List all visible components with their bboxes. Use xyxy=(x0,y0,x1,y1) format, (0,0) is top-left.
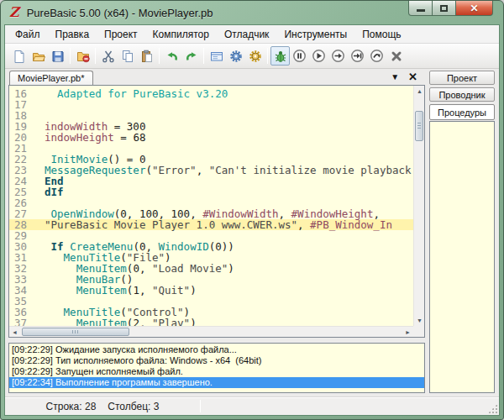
pause-icon xyxy=(292,49,307,63)
log-entry-3[interactable]: [09:22:29] Запущен исполняемый файл. xyxy=(9,366,424,377)
menu-item-1[interactable]: Файл xyxy=(8,26,48,43)
form-designer-button[interactable] xyxy=(207,46,226,66)
cursor-position-section: Строка: 28 Столбец: 3 xyxy=(5,401,200,412)
code-line-34[interactable]: 34 MenuItem(1, "Quit") xyxy=(9,285,413,296)
debugger-toggle-button[interactable] xyxy=(270,46,290,66)
procedures-list[interactable] xyxy=(429,121,495,393)
menu-item-3[interactable]: Проект xyxy=(97,26,145,43)
tab-close-icon[interactable]: ✕ xyxy=(408,72,417,81)
run-continue-button[interactable] xyxy=(309,46,328,66)
play-icon xyxy=(312,49,326,63)
log-entry-1[interactable]: [09:22:29] Ожидание запуска исполняемого… xyxy=(9,344,424,355)
step-out-icon xyxy=(370,49,384,63)
menu-item-7[interactable]: Помощь xyxy=(354,26,408,43)
side-tab-проводник[interactable]: Проводник xyxy=(429,87,495,102)
menu-bar: ФайлПравкаПроектКомпиляторОтладчикИнстру… xyxy=(5,25,499,44)
side-tab-проект[interactable]: Проект xyxy=(429,71,495,85)
step-button[interactable] xyxy=(328,46,348,66)
compiler-gear-gold-icon xyxy=(249,50,262,63)
kill-program-button[interactable] xyxy=(386,46,406,66)
open-file-icon xyxy=(32,50,45,63)
save-file-button[interactable] xyxy=(48,46,67,66)
menu-item-4[interactable]: Компилятор xyxy=(145,26,217,43)
caption-buttons: ✕ xyxy=(408,1,493,16)
scrollbar-corner xyxy=(413,326,424,337)
step-over-icon xyxy=(350,49,365,63)
code-text: "PureBasic Movie Player 1.0 www.CWER.ws"… xyxy=(35,219,392,230)
cut-icon xyxy=(102,50,115,63)
code-text xyxy=(35,110,45,121)
kill-x-icon xyxy=(390,50,403,63)
maximize-button[interactable] xyxy=(433,1,455,16)
toolbar-separator xyxy=(267,48,268,64)
paste-button[interactable] xyxy=(137,46,156,66)
pause-button[interactable] xyxy=(290,46,309,66)
code-text: Adapted for PureBasic v3.20 xyxy=(35,88,228,99)
resize-grip[interactable] xyxy=(488,404,497,413)
close-file-icon xyxy=(76,50,90,63)
close-button[interactable]: ✕ xyxy=(455,1,493,16)
code-text: MenuItem(1, "Quit") xyxy=(35,285,197,296)
redo-icon xyxy=(185,50,198,63)
code-line-37[interactable]: 37 MenuItem(2, "Play") xyxy=(9,318,413,326)
close-file-button[interactable] xyxy=(73,46,92,66)
cut-button[interactable] xyxy=(98,46,118,66)
toolbar-separator xyxy=(70,48,71,64)
menu-item-6[interactable]: Инструменты xyxy=(276,26,354,43)
new-file-button[interactable] xyxy=(9,46,29,66)
code-text: MenuItem(2, "Play") xyxy=(35,318,197,326)
code-text: indowHeight = 68 xyxy=(35,132,145,143)
compile-run-button[interactable] xyxy=(226,46,245,66)
scroll-left-arrow[interactable]: ◄ xyxy=(9,327,20,338)
purebasic-logo-icon: Z xyxy=(9,6,19,19)
vertical-scroll-thumb[interactable] xyxy=(415,111,423,141)
code-text xyxy=(35,197,45,208)
redo-button[interactable] xyxy=(181,46,201,66)
tab-movieplayer[interactable]: MoviePlayer.pb* xyxy=(9,71,93,85)
log-entry-2[interactable]: [09:22:29] Тип исполняемого файла: Windo… xyxy=(9,355,424,366)
undo-button[interactable] xyxy=(162,46,181,66)
window-content: ФайлПравкаПроектКомпиляторОтладчикИнстру… xyxy=(4,24,500,416)
compile-gear-blue-icon xyxy=(229,50,243,63)
minimize-button[interactable] xyxy=(408,1,433,16)
menu-item-5[interactable]: Отладчик xyxy=(217,26,276,43)
code-text xyxy=(35,99,45,110)
step-out-button[interactable] xyxy=(367,46,386,66)
status-column: Столбец: 3 xyxy=(108,401,159,412)
tab-list-dropdown-icon[interactable]: ▼ xyxy=(391,73,399,81)
code-text: dIf xyxy=(35,186,64,197)
scroll-up-arrow[interactable]: ▲ xyxy=(414,86,425,97)
code-line-16[interactable]: 16 Adapted for PureBasic v3.20 xyxy=(9,88,413,99)
code-line-24[interactable]: 24End xyxy=(9,176,413,186)
log-entry-4[interactable]: [09:22:34] Выполнение программы завершен… xyxy=(9,377,424,388)
close-icon: ✕ xyxy=(470,3,478,13)
code-line-25[interactable]: 25dIf xyxy=(9,186,413,197)
open-file-button[interactable] xyxy=(29,46,48,66)
side-tab-active-процедуры[interactable]: Процедуры xyxy=(429,104,495,120)
compiler-options-button[interactable] xyxy=(245,46,265,66)
scroll-down-arrow[interactable]: ▼ xyxy=(414,315,425,326)
new-file-icon xyxy=(13,50,26,63)
menu-item-2[interactable]: Правка xyxy=(48,26,97,43)
code-text xyxy=(35,230,45,241)
scroll-right-arrow[interactable]: ► xyxy=(402,327,413,338)
maximize-icon xyxy=(440,5,448,12)
main-area: MoviePlayer.pb* ▼ ✕ 16 Adapted for PureB… xyxy=(5,69,499,396)
form-designer-icon xyxy=(210,50,223,63)
code-editor: 16 Adapted for PureBasic v3.20171819indo… xyxy=(8,85,425,338)
vertical-scrollbar: ▲ ▼ xyxy=(413,86,424,326)
code-line-23[interactable]: 23MessageRequester("Error", "Can't initi… xyxy=(9,165,413,176)
step-over-button[interactable] xyxy=(348,46,367,66)
file-tab-bar: MoviePlayer.pb* ▼ ✕ xyxy=(8,69,425,85)
toolbar-separator xyxy=(95,48,96,64)
toolbar xyxy=(5,44,499,69)
code-line-17[interactable]: 17 xyxy=(9,99,413,110)
tab-controls: ▼ ✕ xyxy=(391,72,425,85)
copy-button[interactable] xyxy=(118,46,137,66)
status-divider xyxy=(200,400,201,412)
compiler-log-panel[interactable]: [09:22:29] Ожидание запуска исполняемого… xyxy=(8,343,425,393)
horizontal-scroll-thumb[interactable] xyxy=(22,328,129,336)
code-line-28[interactable]: 28"PureBasic Movie Player 1.0 www.CWER.w… xyxy=(9,219,413,230)
code-lines[interactable]: 16 Adapted for PureBasic v3.20171819indo… xyxy=(9,86,413,326)
code-line-20[interactable]: 20indowHeight = 68 xyxy=(9,132,413,143)
